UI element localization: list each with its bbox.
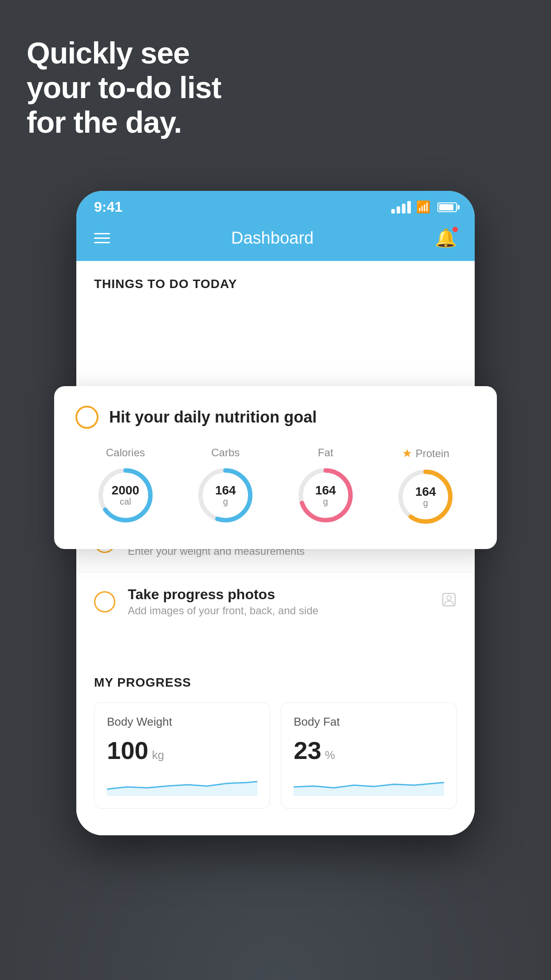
todo-item-photos[interactable]: Take progress photos Add images of your … bbox=[76, 572, 475, 631]
goal-fat: Fat 164 g bbox=[295, 447, 357, 526]
body-weight-chart bbox=[107, 774, 257, 796]
status-bar: 9:41 📶 bbox=[76, 191, 475, 220]
carbs-unit: g bbox=[215, 497, 236, 507]
body-fat-label: Body Fat bbox=[294, 715, 444, 729]
card-circle-check bbox=[75, 406, 98, 429]
calories-unit: cal bbox=[112, 497, 139, 507]
body-weight-value: 100 bbox=[107, 736, 148, 765]
body-weight-card: Body Weight 100 kg bbox=[94, 702, 270, 809]
carbs-donut: 164 g bbox=[194, 464, 256, 526]
person-icon bbox=[441, 592, 457, 612]
svg-point-4 bbox=[447, 596, 451, 600]
todo-circle-photos bbox=[94, 591, 115, 612]
todo-title-photos: Take progress photos bbox=[128, 586, 429, 603]
bottom-padding bbox=[76, 809, 475, 835]
fat-value: 164 bbox=[315, 484, 336, 497]
body-fat-value-row: 23 % bbox=[294, 736, 444, 765]
calories-value: 2000 bbox=[112, 484, 139, 497]
section-header: THINGS TO DO TODAY bbox=[76, 261, 475, 302]
wifi-icon: 📶 bbox=[416, 200, 430, 214]
progress-section: MY PROGRESS Body Weight 100 kg bbox=[76, 658, 475, 809]
fat-donut: 164 g bbox=[295, 464, 357, 526]
body-weight-label: Body Weight bbox=[107, 715, 257, 729]
hero-line1: Quickly see bbox=[27, 36, 221, 70]
body-fat-card: Body Fat 23 % bbox=[281, 702, 457, 809]
fat-label: Fat bbox=[318, 447, 333, 459]
protein-value: 164 bbox=[415, 486, 436, 498]
hero-line3: for the day. bbox=[27, 105, 221, 139]
card-title: Hit your daily nutrition goal bbox=[109, 408, 317, 427]
status-icons: 📶 bbox=[391, 200, 457, 214]
protein-star-icon: ★ bbox=[402, 447, 412, 460]
nutrition-goals: Calories 2000 cal Carbs bbox=[75, 447, 476, 528]
progress-title: MY PROGRESS bbox=[94, 676, 457, 690]
body-fat-unit: % bbox=[325, 748, 335, 762]
progress-cards: Body Weight 100 kg Body Fat bbox=[94, 702, 457, 809]
goal-calories: Calories 2000 cal bbox=[94, 447, 157, 526]
protein-unit: g bbox=[415, 498, 436, 508]
app-header: Dashboard 🔔 bbox=[76, 220, 475, 261]
gap-spacer bbox=[76, 631, 475, 658]
card-title-row: Hit your daily nutrition goal bbox=[75, 406, 476, 429]
hamburger-menu[interactable] bbox=[94, 233, 110, 243]
calories-donut: 2000 cal bbox=[94, 464, 157, 526]
carbs-label: Carbs bbox=[211, 447, 240, 459]
notification-bell-wrapper[interactable]: 🔔 bbox=[435, 228, 457, 249]
todo-sub-photos: Add images of your front, back, and side bbox=[128, 605, 429, 617]
body-fat-value: 23 bbox=[294, 736, 321, 765]
carbs-value: 164 bbox=[215, 484, 236, 497]
battery-icon bbox=[437, 202, 457, 212]
body-weight-value-row: 100 kg bbox=[107, 736, 257, 765]
hero-text: Quickly see your to-do list for the day. bbox=[27, 36, 221, 140]
goal-carbs: Carbs 164 g bbox=[194, 447, 256, 526]
body-weight-unit: kg bbox=[152, 748, 164, 762]
protein-label: Protein bbox=[416, 447, 449, 460]
calories-label: Calories bbox=[106, 447, 145, 459]
body-fat-chart bbox=[294, 774, 444, 796]
status-time: 9:41 bbox=[94, 199, 122, 215]
goal-protein: ★ Protein 164 g bbox=[394, 447, 457, 528]
todo-text-photos: Take progress photos Add images of your … bbox=[128, 586, 429, 617]
protein-label-row: ★ Protein bbox=[402, 447, 449, 460]
fat-unit: g bbox=[315, 497, 336, 507]
nutrition-goal-card: Hit your daily nutrition goal Calories 2… bbox=[54, 386, 497, 549]
notification-dot bbox=[452, 226, 459, 233]
header-title: Dashboard bbox=[231, 229, 314, 248]
hero-line2: your to-do list bbox=[27, 70, 221, 105]
signal-icon bbox=[391, 201, 411, 213]
things-to-do-title: THINGS TO DO TODAY bbox=[94, 277, 237, 291]
protein-donut: 164 g bbox=[394, 466, 457, 528]
